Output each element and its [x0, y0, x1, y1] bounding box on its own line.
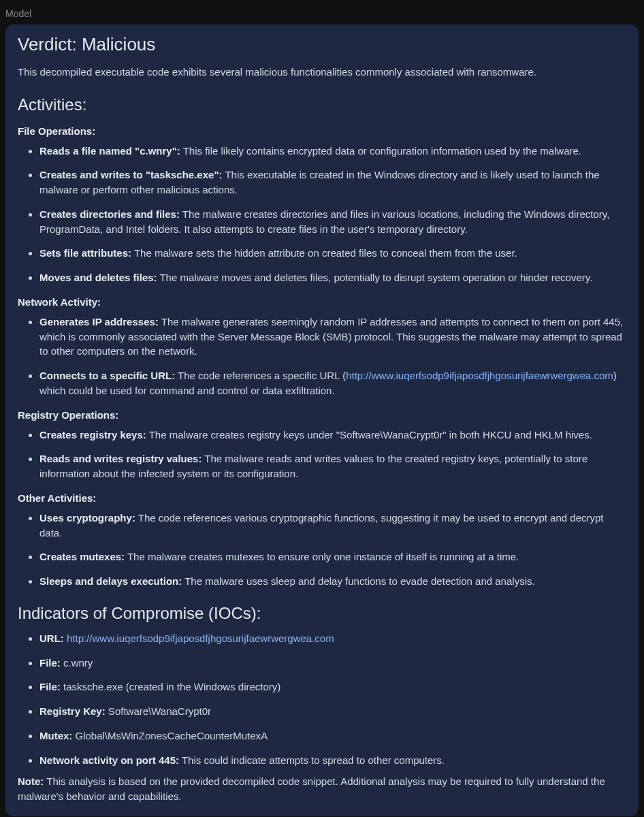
- other-activities-heading: Other Activities:: [18, 492, 626, 504]
- list-item: Reads a file named "c.wnry": This file l…: [39, 144, 626, 159]
- list-item: Creates mutexes: The malware creates mut…: [39, 549, 626, 564]
- url-link[interactable]: http://www.iuqerfsodp9ifjaposdfjhgosurij…: [346, 370, 613, 381]
- list-item: URL: http://www.iuqerfsodp9ifjaposdfjhgo…: [39, 631, 626, 646]
- ioc-url-link[interactable]: http://www.iuqerfsodp9ifjaposdfjhgosurij…: [67, 632, 334, 644]
- list-item: Uses cryptography: The code references v…: [39, 511, 626, 541]
- list-item: Network activity on port 445: This could…: [39, 753, 626, 768]
- file-operations-list: Reads a file named "c.wnry": This file l…: [18, 144, 626, 285]
- list-item: Sets file attributes: The malware sets t…: [39, 246, 626, 261]
- other-activities-list: Uses cryptography: The code references v…: [18, 511, 626, 589]
- list-item: File: c.wnry: [39, 656, 626, 671]
- list-item: File: tasksche.exe (created in the Windo…: [39, 679, 626, 694]
- iocs-heading: Indicators of Compromise (IOCs):: [18, 604, 626, 623]
- role-label: Model: [5, 5, 639, 25]
- intro-text: This decompiled executable code exhibits…: [18, 65, 626, 80]
- list-item: Creates directories and files: The malwa…: [39, 207, 626, 237]
- list-item: Reads and writes registry values: The ma…: [39, 451, 626, 481]
- list-item: Mutex: Global\MsWinZonesCacheCounterMute…: [39, 728, 626, 743]
- list-item: Registry Key: Software\WanaCrypt0r: [39, 704, 626, 719]
- list-item: Sleeps and delays execution: The malware…: [39, 574, 626, 589]
- network-activity-list: Generates IP addresses: The malware gene…: [18, 315, 626, 398]
- iocs-list: URL: http://www.iuqerfsodp9ifjaposdfjhgo…: [18, 631, 626, 768]
- note-text: Note: This analysis is based on the prov…: [18, 774, 626, 804]
- verdict-heading: Verdict: Malicious: [18, 34, 626, 55]
- list-item: Creates registry keys: The malware creat…: [39, 428, 626, 443]
- activities-heading: Activities:: [18, 95, 626, 114]
- list-item: Creates and writes to "tasksche.exe": Th…: [39, 167, 626, 197]
- list-item: Moves and deletes files: The malware mov…: [39, 270, 626, 285]
- file-operations-heading: File Operations:: [18, 125, 626, 137]
- registry-operations-list: Creates registry keys: The malware creat…: [18, 428, 626, 481]
- registry-operations-heading: Registry Operations:: [18, 409, 626, 421]
- analysis-card: Verdict: Malicious This decompiled execu…: [5, 25, 639, 816]
- list-item: Generates IP addresses: The malware gene…: [39, 315, 626, 359]
- list-item: Connects to a specific URL: The code ref…: [39, 368, 626, 398]
- network-activity-heading: Network Activity:: [18, 296, 626, 308]
